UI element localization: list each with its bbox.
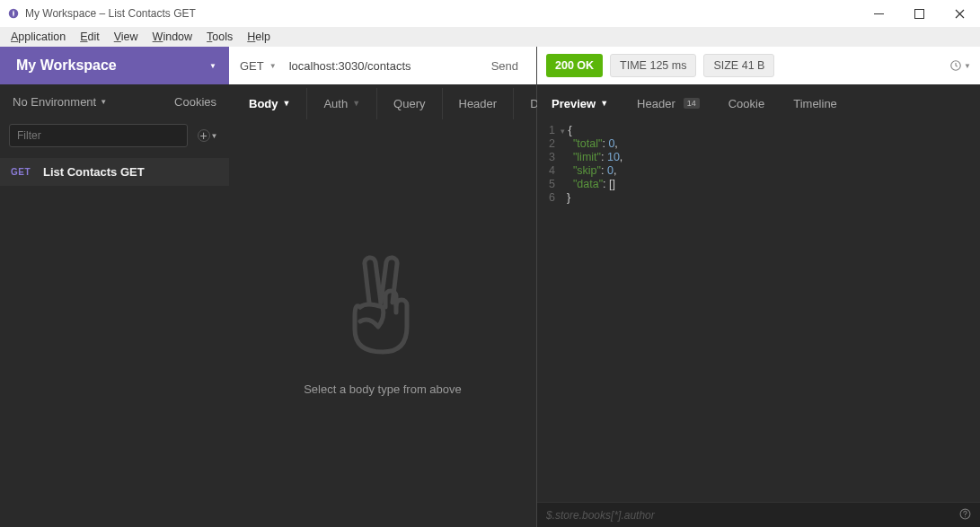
maximize-button[interactable] — [899, 0, 940, 27]
send-button[interactable]: Send — [484, 59, 525, 73]
fold-marker-icon[interactable]: ▾ — [561, 127, 565, 136]
method-dropdown[interactable]: GET ▼ — [240, 59, 282, 73]
request-body-empty: Select a body type from above — [229, 122, 536, 527]
workspace-title: My Workspace — [16, 57, 117, 74]
response-body-viewer[interactable]: 1 2 3 4 5 6 ▾ { "total": 0, "limit": 10,… — [537, 122, 980, 502]
line-gutter: 1 2 3 4 5 6 — [537, 124, 561, 502]
address-bar: GET ▼ Send — [229, 47, 536, 84]
chevron-down-icon: ▼ — [283, 99, 291, 108]
menu-view[interactable]: View — [107, 29, 146, 45]
close-button[interactable] — [940, 0, 980, 27]
tab-header[interactable]: Header — [443, 88, 515, 119]
tab-response-header[interactable]: Header 14 — [622, 88, 714, 119]
empty-body-message: Select a body type from above — [304, 382, 462, 396]
menu-application[interactable]: Application — [4, 29, 73, 45]
filter-input[interactable] — [9, 124, 188, 147]
response-status-bar: 200 OK TIME 125 ms SIZE 41 B ▼ — [537, 47, 980, 84]
tab-timeline[interactable]: Timeline — [779, 88, 852, 119]
history-dropdown[interactable]: ▼ — [949, 59, 971, 72]
window-titlebar: My Workspace – List Contacts GET — [0, 0, 980, 27]
cookies-button[interactable]: Cookies — [174, 95, 216, 109]
url-input[interactable] — [289, 59, 477, 73]
plus-icon: + — [198, 129, 210, 142]
time-badge: TIME 125 ms — [610, 54, 696, 77]
tab-auth[interactable]: Auth ▼ — [307, 88, 377, 119]
sidebar-request-item[interactable]: GET List Contacts GET — [0, 158, 229, 186]
svg-rect-2 — [915, 9, 924, 18]
menubar: Application Edit View Window Tools Help — [0, 27, 980, 47]
response-pane: 200 OK TIME 125 ms SIZE 41 B ▼ Preview ▼… — [537, 47, 980, 527]
window-title: My Workspace – List Contacts GET — [25, 7, 196, 20]
environment-label: No Environment — [13, 95, 96, 109]
menu-edit[interactable]: Edit — [73, 29, 107, 45]
status-badge: 200 OK — [546, 54, 603, 77]
header-count-badge: 14 — [684, 98, 700, 109]
chevron-down-icon: ▼ — [964, 62, 971, 70]
size-badge: SIZE 41 B — [703, 54, 774, 77]
request-list: GET List Contacts GET — [0, 153, 229, 186]
menu-help[interactable]: Help — [240, 29, 278, 45]
workspace-dropdown[interactable]: My Workspace ▼ — [0, 47, 229, 84]
chevron-down-icon: ▼ — [211, 132, 218, 140]
chevron-down-icon: ▼ — [600, 99, 608, 108]
method-label: GET — [240, 59, 264, 73]
app-logo-icon — [7, 7, 20, 20]
chevron-down-icon: ▼ — [352, 99, 360, 108]
jsonpath-placeholder: $.store.books[*].author — [546, 509, 655, 522]
peace-hand-icon — [342, 253, 423, 365]
environment-dropdown[interactable]: No Environment ▼ — [13, 95, 107, 109]
menu-window[interactable]: Window — [146, 29, 199, 45]
menu-tools[interactable]: Tools — [199, 29, 240, 45]
tab-body[interactable]: Body ▼ — [233, 88, 307, 119]
response-tabs: Preview ▼ Header 14 Cookie Timeline — [537, 84, 980, 122]
request-method-badge: GET — [11, 167, 32, 177]
chevron-down-icon: ▼ — [100, 98, 107, 106]
minimize-button[interactable] — [859, 0, 899, 27]
request-name: List Contacts GET — [43, 165, 145, 179]
code-lines: ▾ { "total": 0, "limit": 10, "skip": 0, … — [561, 124, 980, 502]
tab-query[interactable]: Query — [377, 88, 442, 119]
chevron-down-icon: ▼ — [209, 62, 216, 70]
request-tabs: Body ▼ Auth ▼ Query Header Doc — [229, 84, 536, 122]
chevron-down-icon: ▼ — [269, 62, 277, 70]
help-icon[interactable] — [959, 508, 971, 523]
svg-rect-1 — [874, 13, 884, 14]
jsonpath-footer[interactable]: $.store.books[*].author — [537, 502, 980, 527]
add-request-button[interactable]: + ▼ — [195, 129, 220, 142]
tab-preview[interactable]: Preview ▼ — [537, 88, 622, 119]
sidebar: My Workspace ▼ No Environment ▼ Cookies … — [0, 47, 229, 527]
tab-cookie[interactable]: Cookie — [714, 88, 779, 119]
request-pane: GET ▼ Send Body ▼ Auth ▼ Query Header Do… — [229, 47, 537, 527]
